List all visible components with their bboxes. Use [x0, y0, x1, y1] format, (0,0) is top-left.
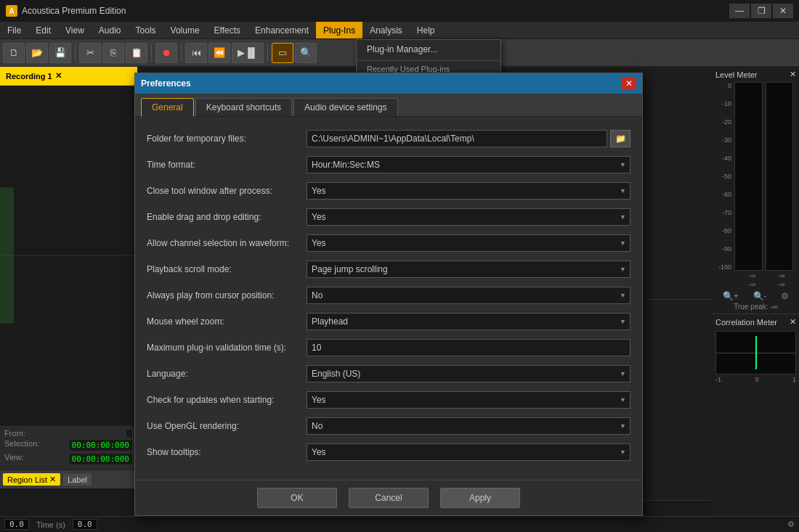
toolbar-sep-4	[267, 44, 268, 62]
pref-control-plugin-valid	[307, 339, 630, 356]
minimize-button[interactable]: —	[729, 4, 750, 18]
pref-label-language: Language:	[147, 369, 307, 379]
language-wrapper: English (US)FrenchGerman	[307, 365, 630, 382]
apply-button[interactable]: Apply	[440, 488, 520, 508]
tab-keyboard[interactable]: Keyboard shortcuts	[195, 98, 292, 116]
pref-control-folder: 📁	[307, 130, 630, 147]
correlation-title: Correlation Meter	[715, 318, 777, 327]
pref-control-channel-sel: YesNo	[307, 234, 630, 252]
skip-start-button[interactable]: ⏮	[185, 43, 207, 63]
menu-help[interactable]: Help	[410, 22, 442, 38]
channel-sel-select[interactable]: YesNo	[307, 234, 630, 252]
tab-general[interactable]: General	[141, 98, 194, 117]
pref-label-time-format: Time format:	[147, 160, 307, 170]
menu-volume[interactable]: Volume	[163, 22, 207, 38]
plugin-manager-item[interactable]: Plug-in Manager...	[357, 40, 500, 59]
restore-button[interactable]: ❐	[751, 4, 771, 18]
channel-sel-wrapper: YesNo	[307, 234, 630, 252]
scale-80: -80	[718, 227, 731, 234]
play-cursor-select[interactable]: NoYes	[307, 287, 630, 304]
pref-control-check-updates: YesNo	[307, 391, 630, 409]
zoom-button[interactable]: 🔍	[295, 43, 317, 63]
corr-label-1: 1	[792, 376, 796, 383]
menu-file[interactable]: File	[0, 22, 28, 38]
zoom-out-icon[interactable]: 🔍-	[753, 291, 767, 301]
cancel-button[interactable]: Cancel	[349, 488, 429, 508]
select-tool-button[interactable]: ▭	[272, 43, 293, 63]
recording-tab[interactable]: Recording 1 ✕	[0, 67, 137, 86]
pref-control-mouse-zoom: PlayheadCursorCenter	[307, 313, 630, 330]
corr-label-0: 0	[755, 376, 758, 383]
settings-icon[interactable]: ⚙	[787, 520, 795, 529]
drag-drop-select[interactable]: YesNo	[307, 208, 630, 226]
recording-close-button[interactable]: ✕	[55, 71, 62, 81]
region-list-tab[interactable]: Region List ✕	[3, 473, 60, 486]
toolbar-sep-1	[75, 44, 76, 62]
menu-plugins[interactable]: Plug-Ins	[316, 22, 362, 38]
toolbar-sep-2	[151, 44, 152, 62]
plugin-valid-input[interactable]	[307, 339, 630, 356]
close-window-button[interactable]: ✕	[773, 4, 793, 18]
scale-40: -40	[718, 155, 731, 162]
meter-tools: 🔍+ 🔍- ⚙	[715, 291, 796, 301]
scale-70: -70	[718, 209, 731, 216]
rewind-button[interactable]: ⏪	[208, 43, 230, 63]
tooltips-select[interactable]: YesNo	[307, 443, 630, 461]
play-button[interactable]: ▶▐▌	[232, 43, 264, 63]
language-select[interactable]: English (US)FrenchGerman	[307, 365, 630, 382]
region-list-close[interactable]: ✕	[49, 475, 56, 484]
close-tool-select[interactable]: YesNo	[307, 182, 630, 200]
left-panel: Recording 1 ✕ From: Selection: 00:00:00:…	[0, 67, 138, 532]
opengl-select[interactable]: NoYes	[307, 417, 630, 435]
menu-analysis[interactable]: Analysis	[362, 22, 410, 38]
time-format-select[interactable]: Hour:Min:Sec:MS	[307, 156, 630, 173]
folder-browse-button[interactable]: 📁	[610, 130, 630, 147]
db-display: 0.0	[73, 519, 97, 530]
pref-label-close-tool: Close tool window after process:	[147, 186, 307, 196]
tab-audio-device[interactable]: Audio device settings	[293, 98, 397, 116]
new-button[interactable]: 🗋	[3, 43, 25, 63]
open-button[interactable]: 📂	[26, 43, 48, 63]
pref-row-drag-drop: Enable drag and drop editing: YesNo	[147, 207, 630, 227]
ok-button[interactable]: OK	[257, 488, 337, 508]
region-list-bar: Region List ✕ Label	[0, 470, 137, 488]
pref-label-drag-drop: Enable drag and drop editing:	[147, 212, 307, 222]
pref-row-tooltips: Show tooltips: YesNo	[147, 442, 630, 462]
cut-button[interactable]: ✂	[79, 43, 101, 63]
menu-view[interactable]: View	[58, 22, 92, 38]
zoom-in-icon[interactable]: 🔍+	[723, 291, 739, 301]
region-list-label: Region List	[7, 475, 47, 484]
check-updates-select[interactable]: YesNo	[307, 391, 630, 409]
dropdown-separator	[357, 60, 500, 61]
menu-audio[interactable]: Audio	[92, 22, 129, 38]
view-label: View:	[4, 453, 24, 465]
save-button[interactable]: 💾	[49, 43, 71, 63]
copy-button[interactable]: ⎘	[102, 43, 124, 63]
pref-close-button[interactable]: ✕	[622, 77, 636, 90]
recording-tab-label: Recording 1	[6, 72, 52, 81]
folder-input[interactable]	[307, 130, 607, 147]
from-row: From:	[4, 429, 133, 438]
paste-button[interactable]: 📋	[126, 43, 147, 63]
pref-control-time-format: Hour:Min:Sec:MS	[307, 156, 630, 173]
menu-enhancement[interactable]: Enhancement	[248, 22, 316, 38]
pref-label-playback-scroll: Playback scroll mode:	[147, 264, 307, 274]
pref-label-play-cursor: Always play from cursor position:	[147, 290, 307, 300]
menu-tools[interactable]: Tools	[129, 22, 163, 38]
pref-control-close-tool: YesNo	[307, 182, 630, 200]
pref-control-language: English (US)FrenchGerman	[307, 365, 630, 382]
label-tab[interactable]: Label	[63, 474, 92, 486]
level-meter-close[interactable]: ✕	[790, 70, 796, 79]
meter-settings-icon[interactable]: ⚙	[781, 291, 789, 301]
title-bar-controls: — ❐ ✕	[729, 4, 793, 18]
menu-edit[interactable]: Edit	[28, 22, 58, 38]
pref-titlebar: Preferences ✕	[135, 73, 642, 94]
correlation-close[interactable]: ✕	[790, 317, 796, 327]
record-button[interactable]: ⏺	[155, 43, 177, 63]
scale-60: -60	[718, 191, 731, 198]
pref-row-channel-sel: Allow channel selection in waveform: Yes…	[147, 233, 630, 253]
playback-scroll-select[interactable]: Page jump scrollingSmooth scrollingNo sc…	[307, 261, 630, 278]
menu-effects[interactable]: Effects	[207, 22, 248, 38]
mouse-zoom-select[interactable]: PlayheadCursorCenter	[307, 313, 630, 330]
meter-scale: 0 -10 -20 -30 -40 -50 -60 -70 -80 -90 -1…	[718, 82, 731, 271]
